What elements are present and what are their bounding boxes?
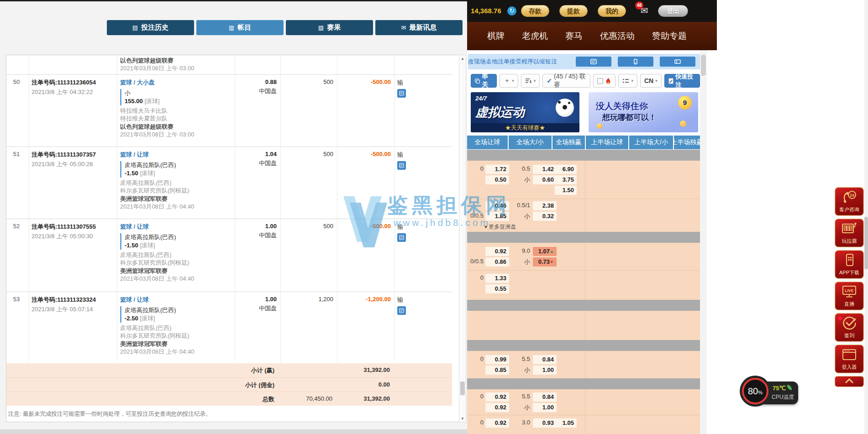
- odds-box-changed[interactable]: 1.07▲: [533, 247, 557, 256]
- stake-cell: 500: [280, 75, 333, 85]
- slots-button[interactable]: 7 7 7 玩拉霸: [835, 219, 864, 247]
- odds-box[interactable]: 6.90: [555, 165, 577, 174]
- bet-table: 以色列篮球超级联赛 2021年03月08日 上午 03:00 50 注单号码:1…: [6, 55, 459, 422]
- bet-note-icon[interactable]: [397, 233, 406, 242]
- bet-note-icon[interactable]: [397, 306, 406, 315]
- mail-icon[interactable]: ✉ 48: [641, 5, 648, 16]
- virtual-sports-banner[interactable]: 24/7 虚拟运动 ★天天有球赛★: [471, 92, 579, 132]
- odds-box[interactable]: 0.50: [485, 175, 509, 184]
- svg-text:7: 7: [847, 227, 849, 230]
- my-account-button[interactable]: 我的: [598, 5, 626, 17]
- market-link[interactable]: 篮球 / 让球: [120, 151, 232, 159]
- odds-type: 中国盘: [235, 304, 277, 313]
- tab-news[interactable]: ✉ 最新讯息: [375, 20, 463, 35]
- logout-button[interactable]: 登出: [658, 5, 688, 17]
- table-scrollbar-thumb[interactable]: [460, 382, 465, 395]
- notice-action-button-1[interactable]: [576, 57, 611, 67]
- scroll-up-icon[interactable]: ▲: [460, 57, 465, 61]
- odds-box[interactable]: 0.32: [533, 212, 557, 221]
- odds-box[interactable]: 1.50: [555, 186, 577, 195]
- odds-box-changed[interactable]: 0.73▼: [533, 257, 557, 267]
- selection-block: 小 155.00 [滚球]: [120, 89, 232, 105]
- bet-note-icon[interactable]: [397, 161, 406, 170]
- status-text: 输: [397, 296, 425, 304]
- tab-full-moneyline[interactable]: 全场独赢: [552, 136, 585, 149]
- tab-half-over-under[interactable]: 上半场大/小: [629, 136, 673, 149]
- total-label: 总数: [263, 395, 274, 403]
- tab-half-handicap[interactable]: 上半场让球: [586, 136, 628, 149]
- bet-detail-cell: 篮球 / 大小盘 小 155.00 [滚球] 特拉维夫马卡比队 特拉维夫夏普尔队…: [120, 75, 232, 138]
- refresh-balance-icon[interactable]: ↻: [507, 6, 516, 16]
- nav-horse-racing[interactable]: 赛马: [565, 30, 583, 42]
- odds-scrollbar-thumb[interactable]: [701, 55, 706, 76]
- odds-box[interactable]: 1.00: [533, 366, 557, 375]
- nav-promotions[interactable]: 优惠活动: [600, 30, 635, 42]
- bet-time: 2021/3/8 上午 05:00:26: [32, 160, 115, 168]
- scroll-down-icon[interactable]: ▼: [460, 417, 465, 421]
- tab-full-over-under[interactable]: 全场大/小: [509, 136, 552, 149]
- selection-block: 皮塔高拉斯队(巴西) -1.50 [滚球]: [120, 233, 232, 250]
- tab-full-handicap[interactable]: 全场让球: [467, 136, 508, 149]
- quick-bet-checkbox[interactable]: ✓: [668, 78, 673, 84]
- live-stream-button[interactable]: LIVE 直播: [835, 282, 864, 310]
- nav-sponsor[interactable]: 赞助专题: [652, 30, 687, 42]
- odds-box[interactable]: 0.99: [485, 355, 509, 364]
- odds-box[interactable]: 0.92: [485, 403, 509, 412]
- check-in-button[interactable]: 签到: [835, 313, 864, 342]
- tab-statement[interactable]: ▥ 帐目: [196, 20, 284, 35]
- tab-results[interactable]: ▧ 赛果: [286, 20, 373, 35]
- tab-bet-history[interactable]: ▤ 投注历史: [107, 20, 194, 35]
- nav-slots[interactable]: 老虎机: [522, 30, 548, 42]
- deposit-button[interactable]: 存款: [521, 5, 549, 17]
- bet-note-icon[interactable]: [397, 89, 406, 98]
- market-link[interactable]: 篮球 / 让球: [120, 223, 232, 231]
- odds-box[interactable]: 1.42: [533, 165, 557, 174]
- notice-action-button-2[interactable]: [618, 57, 653, 67]
- market-link[interactable]: 篮球 / 让球: [120, 296, 232, 304]
- tab-half-moneyline[interactable]: 上半场独赢: [674, 136, 700, 149]
- odds-box[interactable]: 0.93: [533, 418, 557, 428]
- nav-chess[interactable]: 棋牌: [487, 30, 505, 42]
- odds-box[interactable]: 0.86: [485, 257, 509, 267]
- hot-filter-toggle[interactable]: [593, 74, 615, 88]
- launcher-button[interactable]: 登入器: [835, 345, 864, 373]
- odds-box[interactable]: 1.85: [485, 212, 509, 221]
- add-market-dropdown[interactable]: ＋▾: [500, 74, 518, 88]
- table-scrollbar[interactable]: ▲ ▼: [459, 55, 466, 423]
- withdraw-button[interactable]: 提款: [559, 5, 588, 17]
- language-dropdown[interactable]: CN ▾: [640, 74, 662, 88]
- more-asian-handicap-link[interactable]: ▾ 更多亚洲盘: [467, 223, 700, 232]
- odds-scrollbar[interactable]: [700, 50, 707, 434]
- view-mode-dropdown[interactable]: ▾: [618, 74, 637, 88]
- odds-box[interactable]: 0.84: [533, 355, 557, 364]
- app-download-button[interactable]: APP下载: [835, 250, 864, 279]
- parlay-button[interactable]: 串关: [471, 74, 497, 88]
- sort-dropdown[interactable]: ▾: [521, 74, 540, 88]
- account-balance: 14,368.76: [471, 0, 501, 22]
- browser-scrollbar-thumb[interactable]: [864, 217, 868, 269]
- odds-box[interactable]: 1.72: [485, 165, 509, 174]
- browser-scrollbar[interactable]: [864, 0, 868, 434]
- odds-box[interactable]: 0.84: [533, 392, 557, 402]
- odds-box[interactable]: 0.60: [533, 175, 557, 184]
- odds-box[interactable]: 1.33: [485, 274, 509, 283]
- odds-box[interactable]: 0.85: [485, 366, 509, 375]
- quick-bet-toggle[interactable]: ✓ 快速投注: [664, 74, 700, 88]
- odds-box[interactable]: 0.92: [485, 247, 509, 256]
- customer-service-button[interactable]: 24 客户咨询: [835, 187, 864, 216]
- odds-box[interactable]: 2.38: [533, 201, 557, 210]
- hot-checkbox[interactable]: [597, 78, 603, 84]
- notice-action-button-3[interactable]: [660, 57, 695, 67]
- odds-box[interactable]: 1.05: [555, 418, 577, 428]
- league-filter-button[interactable]: ✓ (45 / 45) 联赛: [542, 74, 590, 88]
- odds-box[interactable]: 1.00: [533, 403, 557, 412]
- odds-box[interactable]: 3.75: [555, 175, 577, 184]
- odds-box[interactable]: 0.46: [485, 201, 509, 210]
- odds-box[interactable]: 0.55: [485, 284, 509, 293]
- market-link[interactable]: 篮球 / 大小盘: [120, 78, 232, 87]
- collapse-sidebar-button[interactable]: [835, 376, 864, 387]
- mobile-play-banner[interactable]: 没人关得住你 想玩哪都可以！ 9: [589, 92, 698, 132]
- odds-box[interactable]: 0.92: [485, 418, 509, 428]
- customer-service-label: 客户咨询: [835, 206, 863, 213]
- odds-box[interactable]: 0.92: [485, 392, 509, 402]
